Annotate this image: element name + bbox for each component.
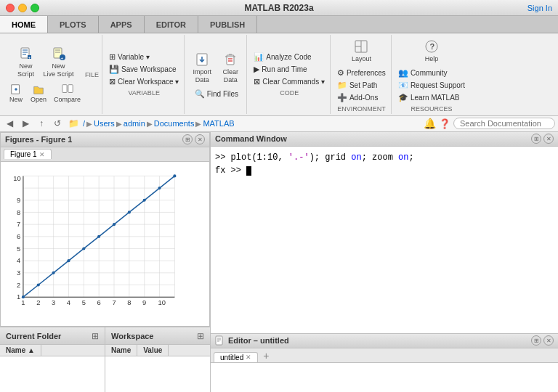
- figure-tab-1[interactable]: Figure 1 ✕: [4, 149, 52, 159]
- traffic-lights: [6, 4, 39, 12]
- learn-matlab-button[interactable]: 🎓 Learn MATLAB: [396, 92, 467, 103]
- toolbar: + NewScript + Ne: [0, 33, 558, 116]
- compare-button[interactable]: Compare: [51, 81, 84, 105]
- analyze-code-button[interactable]: 📊 Analyze Code: [251, 52, 327, 62]
- clear-data-label: ClearData: [223, 68, 239, 84]
- right-panel: Command Window ⊞ ✕ >> plot(1:10, '.-'); …: [211, 132, 558, 392]
- figure-expand-button[interactable]: ⊞: [182, 134, 193, 144]
- breadcrumb-root[interactable]: /: [83, 119, 85, 128]
- svg-point-80: [158, 187, 161, 189]
- figure-tab-close[interactable]: ✕: [39, 151, 45, 158]
- learn-icon: 🎓: [398, 93, 408, 102]
- tab-apps[interactable]: APPS: [99, 16, 145, 33]
- file-section-label: FILE: [85, 70, 99, 78]
- breadcrumb-admin[interactable]: admin: [124, 119, 145, 128]
- nav-back-button[interactable]: ◀: [3, 117, 16, 130]
- save-workspace-button[interactable]: 💾 Save Workspace: [107, 64, 181, 75]
- clear-data-icon: [222, 51, 239, 68]
- clear-commands-icon: ⊠: [254, 77, 260, 86]
- variable-dropdown-button[interactable]: ⊞ Variable ▾: [107, 52, 181, 62]
- clear-workspace-button[interactable]: ⊠ Clear Workspace ▾: [107, 76, 181, 87]
- notification-icon[interactable]: 🔔: [424, 118, 436, 129]
- editor-close-button[interactable]: ✕: [543, 335, 554, 346]
- editor-expand-button[interactable]: ⊞: [531, 335, 541, 346]
- figure-titlebar: Figures - Figure 1 ⊞ ✕: [1, 133, 209, 147]
- clear-commands-button[interactable]: ⊠ Clear Commands ▾: [251, 76, 327, 87]
- nav-up-button[interactable]: ↑: [35, 117, 48, 130]
- svg-text:+: +: [60, 56, 63, 60]
- save-ws-icon: 💾: [109, 65, 119, 74]
- tab-editor[interactable]: EDITOR: [145, 16, 198, 33]
- analyze-icon: 📊: [254, 52, 264, 62]
- open-button[interactable]: Open: [28, 81, 49, 105]
- workspace-expand-button[interactable]: ⊞: [197, 331, 204, 341]
- help-circle-icon[interactable]: ❓: [439, 118, 450, 129]
- community-icon: 👥: [398, 68, 408, 78]
- request-support-button[interactable]: 📧 Request Support: [396, 80, 467, 91]
- svg-text:+: +: [28, 55, 31, 60]
- nav-forward-button[interactable]: ▶: [19, 117, 32, 130]
- prefs-icon: ⚙: [337, 68, 344, 78]
- svg-point-73: [52, 271, 55, 274]
- svg-text:4: 4: [67, 298, 70, 306]
- learn-matlab-label: Learn MATLAB: [411, 94, 460, 102]
- figure-window-buttons: ⊞ ✕: [182, 134, 205, 144]
- command-window-content[interactable]: >> plot(1:10, '.-'); grid on; zoom on; f…: [211, 147, 558, 333]
- maximize-button[interactable]: [31, 4, 39, 12]
- figure-title: Figures - Figure 1: [5, 135, 72, 144]
- editor-tab-close[interactable]: ✕: [246, 354, 251, 361]
- search-input[interactable]: [453, 118, 555, 129]
- signin-button[interactable]: Sign In: [527, 4, 552, 12]
- svg-rect-82: [216, 336, 222, 345]
- addons-button[interactable]: ➕ Add-Ons: [335, 92, 388, 103]
- community-button[interactable]: 👥 Community: [396, 68, 467, 78]
- layout-button[interactable]: Layout: [348, 36, 374, 65]
- import-data-button[interactable]: ImportData: [189, 49, 215, 86]
- breadcrumb-users[interactable]: Users: [94, 119, 115, 128]
- addons-label: Add-Ons: [349, 94, 378, 102]
- close-button[interactable]: [6, 4, 15, 12]
- current-folder-expand-button[interactable]: ⊞: [92, 331, 99, 341]
- editor-add-tab-button[interactable]: +: [260, 350, 272, 362]
- editor-tab-untitled[interactable]: untitled ✕: [214, 352, 258, 362]
- run-and-time-button[interactable]: ▶ Run and Time: [251, 64, 327, 75]
- tab-plots[interactable]: PLOTS: [48, 16, 99, 33]
- preferences-label: Preferences: [347, 69, 386, 77]
- minimize-button[interactable]: [18, 4, 27, 12]
- cmd-window-buttons: ⊞ ✕: [531, 134, 554, 144]
- breadcrumb-matlab[interactable]: MATLAB: [203, 119, 234, 128]
- current-folder-columns: Name ▲: [0, 345, 105, 356]
- nav-refresh-button[interactable]: ↺: [51, 117, 64, 130]
- new-label: New: [9, 96, 23, 104]
- help-button[interactable]: ? Help: [418, 36, 445, 65]
- new-button[interactable]: New: [6, 81, 26, 105]
- figure-tabs: Figure 1 ✕: [1, 147, 209, 162]
- new-live-script-icon: +: [50, 45, 68, 62]
- request-support-label: Request Support: [411, 81, 465, 89]
- clear-data-button[interactable]: ClearData: [217, 49, 243, 86]
- new-script-button[interactable]: + NewScript: [13, 44, 39, 80]
- run-and-time-label: Run and Time: [262, 65, 307, 73]
- import-icon: [193, 51, 211, 68]
- svg-text:7: 7: [112, 298, 116, 306]
- layout-label: Layout: [352, 55, 371, 63]
- set-path-button[interactable]: 📁 Set Path: [335, 80, 388, 91]
- breadcrumb-documents[interactable]: Documents: [154, 119, 195, 128]
- address-bar: ◀ ▶ ↑ ↺ 📁 / ▶ Users ▶ admin ▶ Documents …: [0, 116, 558, 132]
- compare-icon: [61, 83, 74, 96]
- new-live-script-button[interactable]: + NewLive Script: [41, 44, 77, 80]
- figure-close-button[interactable]: ✕: [195, 134, 205, 144]
- app-title: MATLAB R2023a: [244, 3, 313, 13]
- editor-content[interactable]: [211, 363, 558, 392]
- svg-text:6: 6: [17, 233, 20, 240]
- find-files-label: Find Files: [207, 90, 238, 98]
- preferences-button[interactable]: ⚙ Preferences: [335, 68, 388, 78]
- tab-publish[interactable]: PUBLISH: [198, 16, 257, 33]
- cmd-close-button[interactable]: ✕: [543, 134, 554, 144]
- cmd-expand-button[interactable]: ⊞: [531, 134, 541, 144]
- bottom-panel: Current Folder ⊞ Name ▲ Workspace ⊞ Name…: [0, 327, 210, 392]
- open-label: Open: [31, 96, 46, 104]
- addons-icon: ➕: [337, 93, 347, 102]
- tab-home[interactable]: HOME: [0, 16, 48, 33]
- find-files-button[interactable]: 🔍 Find Files: [193, 89, 240, 99]
